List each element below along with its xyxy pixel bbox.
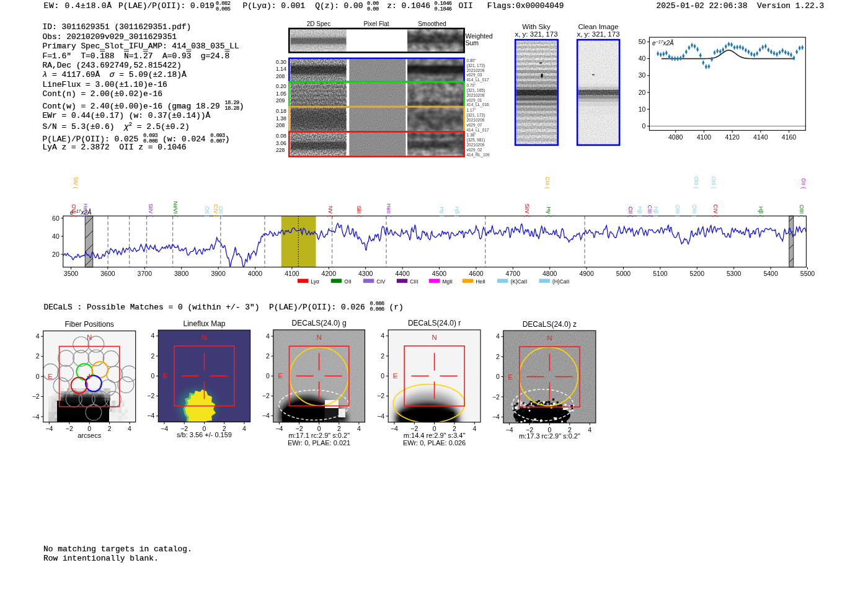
svg-text:4800: 4800	[542, 270, 557, 277]
svg-text:Hβ (: Hβ (	[637, 207, 643, 217]
svg-text:EWr: 0, PLAE: 0.026: EWr: 0, PLAE: 0.026	[403, 439, 466, 447]
svg-text:Hγ (: Hγ (	[546, 207, 552, 218]
svg-text:4: 4	[588, 426, 591, 433]
svg-text:2D Spec: 2D Spec	[307, 20, 330, 27]
svg-text:HeII: HeII	[476, 278, 485, 285]
svg-text:OIII (: OIII (	[675, 205, 681, 217]
svg-text:20: 20	[52, 251, 60, 258]
svg-text:Smoothed: Smoothed	[418, 20, 446, 27]
svg-text:4600: 4600	[469, 270, 484, 277]
svg-text:OII (: OII (	[218, 207, 224, 218]
svg-text:4200: 4200	[322, 270, 337, 277]
svg-text:4000: 4000	[248, 270, 263, 277]
svg-text:4080: 4080	[668, 133, 683, 141]
svg-text:3900: 3900	[211, 270, 226, 277]
svg-text:−4: −4	[506, 426, 513, 433]
svg-text:−4: −4	[262, 412, 270, 419]
svg-text:40: 40	[639, 55, 646, 62]
svg-text:4140: 4140	[753, 133, 768, 141]
svg-text:Lineflux Map: Lineflux Map	[183, 319, 225, 328]
svg-text:−4: −4	[161, 425, 168, 432]
svg-text:SiII (: SiII (	[356, 205, 362, 217]
svg-text:CIII (: CIII (	[544, 177, 551, 189]
svg-text:4: 4	[242, 425, 246, 432]
svg-text:N: N	[316, 334, 321, 341]
svg-text:MgII: MgII	[442, 278, 453, 285]
svg-text:HeII (: HeII (	[82, 203, 89, 217]
svg-text:CIII: CIII	[410, 278, 418, 285]
svg-text:40: 40	[52, 233, 60, 240]
svg-text:N: N	[432, 334, 436, 341]
svg-text:CII (: CII (	[627, 207, 634, 217]
svg-text:4: 4	[151, 332, 154, 339]
svg-text:4160: 4160	[782, 133, 797, 141]
svg-text:50: 50	[639, 38, 646, 45]
svg-text:−2: −2	[262, 392, 270, 399]
svg-text:OII (: OII (	[800, 178, 807, 189]
svg-text:E: E	[393, 372, 398, 380]
svg-text:2: 2	[496, 353, 500, 360]
svg-text:5400: 5400	[763, 270, 778, 277]
svg-text:60: 60	[52, 215, 60, 222]
svg-text:e−17x2Å: e−17x2Å	[652, 39, 674, 47]
svg-text:−4: −4	[391, 425, 398, 432]
svg-text:Fiber Positions: Fiber Positions	[65, 320, 114, 329]
svg-text:(H)CaII: (H)CaII	[552, 278, 569, 285]
svg-text:4: 4	[472, 425, 476, 432]
svg-text:5300: 5300	[727, 270, 742, 277]
svg-text:OIII (: OIII (	[693, 177, 699, 189]
svg-text:N: N	[202, 334, 206, 341]
svg-text:HeII (: HeII (	[386, 203, 392, 217]
svg-text:−2: −2	[492, 393, 500, 401]
svg-text:−2: −2	[32, 393, 40, 400]
svg-text:4: 4	[381, 332, 384, 339]
svg-text:3500: 3500	[64, 270, 79, 277]
svg-text:4: 4	[266, 332, 270, 340]
svg-text:s/b: 3.56 +/- 0.159: s/b: 3.56 +/- 0.159	[177, 431, 232, 438]
svg-text:OIII (: OIII (	[711, 177, 717, 189]
svg-text:Lyα: Lyα	[311, 278, 319, 285]
svg-text:(K)CaII: (K)CaII	[510, 278, 527, 285]
svg-text:30: 30	[639, 71, 646, 79]
svg-text:OIII (: OIII (	[799, 205, 805, 217]
svg-text:3700: 3700	[138, 270, 153, 277]
svg-text:NV (: NV (	[327, 206, 334, 217]
svg-text:N: N	[87, 334, 92, 341]
svg-text:Hβ (: Hβ (	[653, 207, 659, 217]
svg-text:E: E	[278, 372, 283, 380]
svg-text:−2: −2	[66, 425, 73, 432]
svg-text:4: 4	[496, 332, 500, 340]
svg-text:−4: −4	[32, 413, 40, 420]
svg-text:4100: 4100	[697, 133, 712, 141]
svg-text:2: 2	[108, 425, 112, 432]
svg-text:−4: −4	[275, 425, 283, 432]
svg-text:4120: 4120	[725, 133, 740, 141]
svg-text:N: N	[547, 334, 552, 342]
svg-text:4500: 4500	[432, 270, 447, 277]
svg-text:E: E	[163, 372, 168, 380]
svg-text:5000: 5000	[616, 270, 631, 277]
svg-text:−4: −4	[45, 425, 53, 432]
svg-text:0: 0	[151, 372, 154, 380]
svg-text:2: 2	[266, 352, 270, 360]
svg-text:2: 2	[381, 352, 384, 360]
svg-text:4: 4	[128, 425, 131, 432]
svg-text:SiIV (: SiIV (	[524, 203, 530, 217]
svg-text:DECaLS(24.0) g: DECaLS(24.0) g	[292, 319, 347, 327]
svg-text:m:17.1 rc:2.9" s:0.2": m:17.1 rc:2.9" s:0.2"	[288, 432, 350, 439]
svg-text:5200: 5200	[690, 270, 705, 277]
svg-text:OII: OII	[344, 278, 351, 285]
svg-text:5100: 5100	[653, 270, 668, 277]
svg-text:20: 20	[639, 89, 646, 96]
svg-text:CIV (: CIV (	[712, 204, 719, 217]
svg-text:4900: 4900	[579, 270, 594, 277]
svg-text:0: 0	[36, 373, 40, 380]
svg-text:Hδ (: Hδ (	[454, 207, 460, 217]
svg-text:−4: −4	[377, 412, 384, 420]
svg-text:3800: 3800	[174, 270, 189, 277]
svg-text:DECaLS(24.0) z: DECaLS(24.0) z	[523, 320, 577, 329]
svg-text:0: 0	[642, 122, 646, 130]
svg-text:arcsecs: arcsecs	[78, 432, 101, 439]
svg-text:m:14.4 re:2.9" s:3.4": m:14.4 re:2.9" s:3.4"	[404, 432, 466, 439]
svg-text:OIII (: OIII (	[691, 205, 698, 217]
